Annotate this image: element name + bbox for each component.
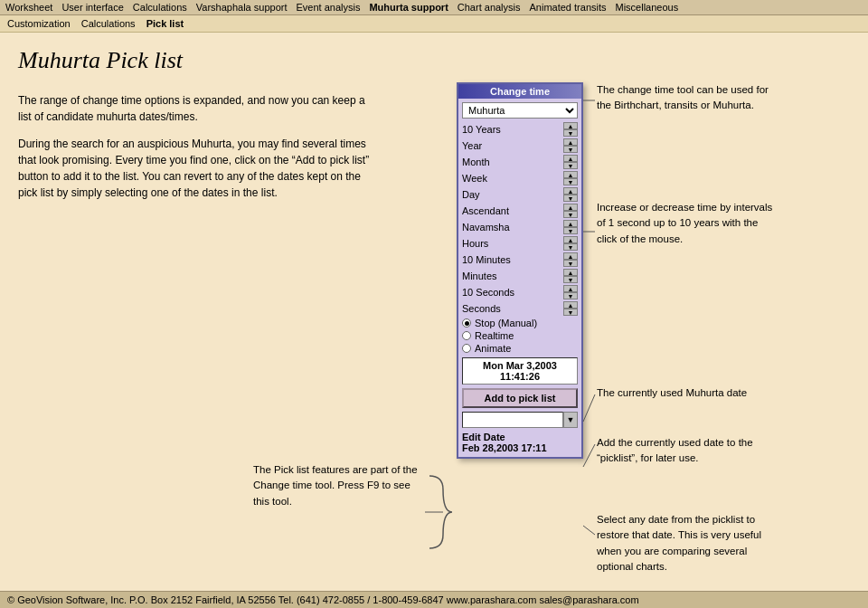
picklist-dropdown-button[interactable]: ▼	[563, 412, 578, 428]
footer-text: © GeoVision Software, Inc. P.O. Box 2152…	[7, 594, 639, 605]
spinner-up[interactable]: ▲	[563, 122, 578, 129]
interval-week: Week ▲ ▼	[462, 171, 578, 185]
breadcrumb-calculations[interactable]: Calculations	[81, 18, 136, 29]
picklist-row: ▼	[462, 412, 578, 428]
interval-minutes-spinner[interactable]: ▲ ▼	[563, 269, 578, 283]
spinner-up[interactable]: ▲	[563, 220, 578, 227]
interval-ascendant-label: Ascendant	[462, 205, 563, 216]
annotation-increase-decrease: Increase or decrease time by intervals o…	[597, 200, 778, 247]
radio-label-animate: Animate	[475, 343, 511, 354]
spinner-up[interactable]: ▲	[563, 252, 578, 260]
interval-navamsha-spinner[interactable]: ▲ ▼	[563, 220, 578, 234]
interval-10minutes-spinner[interactable]: ▲ ▼	[563, 252, 578, 267]
radio-animate[interactable]: Animate	[462, 343, 578, 354]
nav-item-event-analysis[interactable]: Event analysis	[296, 2, 360, 13]
dialog-titlebar: Change time	[458, 84, 581, 99]
description-2: During the search for an auspicious Muhu…	[18, 136, 380, 201]
interval-week-spinner[interactable]: ▲ ▼	[563, 171, 578, 185]
edit-date-section: Edit Date Feb 28,2003 17:11	[462, 432, 578, 453]
muhurta-dropdown-row: Muhurta Birthchart Transits	[462, 102, 578, 119]
interval-10years: 10 Years ▲ ▼	[462, 122, 578, 137]
interval-navamsha: Navamsha ▲ ▼	[462, 220, 578, 234]
interval-ascendant: Ascendant ▲ ▼	[462, 204, 578, 218]
nav-item-miscellaneous[interactable]: Miscellaneous	[616, 2, 679, 13]
interval-minutes-label: Minutes	[462, 271, 563, 281]
interval-day-label: Day	[462, 189, 563, 200]
muhurta-dropdown[interactable]: Muhurta Birthchart Transits	[462, 102, 578, 119]
breadcrumb-customization[interactable]: Customization	[7, 18, 71, 29]
spinner-up[interactable]: ▲	[563, 187, 578, 195]
description-1: The range of change time options is expa…	[18, 92, 380, 125]
nav-item-muhurta-support[interactable]: Muhurta support	[369, 2, 448, 13]
edit-date-value: Feb 28,2003 17:11	[462, 442, 578, 453]
breadcrumb: Customization Calculations Pick list	[0, 15, 868, 33]
nav-item-calculations[interactable]: Calculations	[133, 2, 187, 13]
svg-line-4	[583, 526, 595, 535]
interval-year-label: Year	[462, 140, 563, 151]
annotation-add-picklist: Add the currently used date to the “pick…	[597, 435, 778, 467]
spinner-down[interactable]: ▼	[563, 146, 578, 153]
add-to-picklist-button[interactable]: Add to pick list	[462, 388, 578, 408]
annotation-currently-used: The currently used Muhurta date	[597, 385, 747, 401]
nav-item-chart-analysis[interactable]: Chart analysis	[458, 2, 521, 13]
interval-10minutes-label: 10 Minutes	[462, 254, 563, 265]
spinner-up[interactable]: ▲	[563, 285, 578, 292]
spinner-down[interactable]: ▼	[563, 178, 578, 185]
interval-day: Day ▲ ▼	[462, 187, 578, 202]
edit-date-label: Edit Date	[462, 432, 578, 442]
spinner-up[interactable]: ▲	[563, 138, 578, 146]
current-date: Mon Mar 3,2003	[465, 360, 575, 371]
dialog-body: Muhurta Birthchart Transits 10 Years ▲ ▼…	[458, 99, 581, 457]
nav-item-user-interface[interactable]: User interface	[61, 2, 123, 13]
spinner-down[interactable]: ▼	[563, 292, 578, 299]
breadcrumb-current: Pick list	[146, 18, 184, 29]
interval-10minutes: 10 Minutes ▲ ▼	[462, 252, 578, 267]
svg-line-3	[583, 444, 595, 467]
spinner-up[interactable]: ▲	[563, 269, 578, 276]
interval-month-spinner[interactable]: ▲ ▼	[563, 155, 578, 169]
spinner-down[interactable]: ▼	[563, 260, 578, 267]
interval-year: Year ▲ ▼	[462, 138, 578, 153]
interval-hours-spinner[interactable]: ▲ ▼	[563, 236, 578, 251]
interval-navamsha-label: Navamsha	[462, 222, 563, 233]
change-time-dialog: Change time Muhurta Birthchart Transits …	[457, 82, 583, 459]
spinner-up[interactable]: ▲	[563, 236, 578, 243]
interval-10years-spinner[interactable]: ▲ ▼	[563, 122, 578, 137]
spinner-down[interactable]: ▼	[563, 227, 578, 234]
spinner-down[interactable]: ▼	[563, 309, 578, 316]
spinner-up[interactable]: ▲	[563, 204, 578, 211]
annotation-pick-list-note: The Pick list features are part of the C…	[253, 462, 425, 509]
spinner-down[interactable]: ▼	[563, 129, 578, 137]
radio-stop-manual[interactable]: Stop (Manual)	[462, 318, 578, 328]
interval-day-spinner[interactable]: ▲ ▼	[563, 187, 578, 202]
interval-month-label: Month	[462, 157, 563, 167]
radio-circle-animate[interactable]	[462, 344, 471, 353]
radio-label-stop: Stop (Manual)	[475, 318, 537, 328]
spinner-down[interactable]: ▼	[563, 211, 578, 218]
radio-circle-stop[interactable]	[462, 318, 471, 328]
radio-circle-realtime[interactable]	[462, 331, 471, 340]
spinner-up[interactable]: ▲	[563, 301, 578, 309]
nav-item-varshaphala[interactable]: Varshaphala support	[196, 2, 288, 13]
spinner-down[interactable]: ▼	[563, 243, 578, 251]
interval-minutes: Minutes ▲ ▼	[462, 269, 578, 283]
nav-item-animated-transits[interactable]: Animated transits	[530, 2, 607, 13]
interval-year-spinner[interactable]: ▲ ▼	[563, 138, 578, 153]
nav-item-worksheet[interactable]: Worksheet	[5, 2, 52, 13]
spinner-up[interactable]: ▲	[563, 171, 578, 178]
interval-10seconds-label: 10 Seconds	[462, 287, 563, 298]
page-title: Muhurta Pick list	[18, 47, 850, 74]
spinner-down[interactable]: ▼	[563, 276, 578, 283]
interval-seconds-spinner[interactable]: ▲ ▼	[563, 301, 578, 316]
interval-ascendant-spinner[interactable]: ▲ ▼	[563, 204, 578, 218]
interval-10seconds-spinner[interactable]: ▲ ▼	[563, 285, 578, 299]
picklist-field[interactable]	[462, 412, 563, 428]
spinner-down[interactable]: ▼	[563, 162, 578, 169]
annotation-change-time-tool: The change time tool can be used for the…	[597, 82, 778, 114]
radio-label-realtime: Realtime	[475, 330, 514, 341]
spinner-up[interactable]: ▲	[563, 155, 578, 162]
radio-realtime[interactable]: Realtime	[462, 330, 578, 341]
interval-10seconds: 10 Seconds ▲ ▼	[462, 285, 578, 299]
spinner-down[interactable]: ▼	[563, 195, 578, 202]
interval-hours: Hours ▲ ▼	[462, 236, 578, 251]
